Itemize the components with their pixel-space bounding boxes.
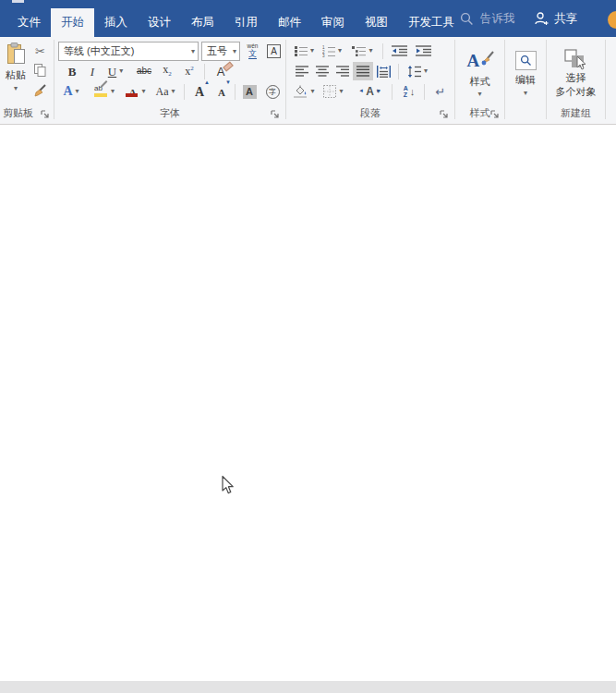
account-avatar[interactable] — [608, 11, 616, 29]
borders-dropdown-arrow[interactable]: ▾ — [339, 88, 343, 95]
distribute-text-icon — [377, 66, 391, 78]
paste-label: 粘贴 — [6, 68, 26, 82]
strikethrough-button[interactable]: abc — [133, 62, 155, 80]
line-spacing-dropdown-arrow[interactable]: ▾ — [424, 67, 428, 75]
grow-font-button[interactable]: A ▲ — [189, 82, 210, 101]
show-hide-marks-button[interactable]: ↵ — [429, 82, 452, 101]
paste-clipboard-icon — [6, 43, 26, 66]
group-separator — [454, 40, 455, 119]
title-tab-bar: 文件 开始 插入 设计 布局 引用 邮件 审阅 视图 开发工具 告诉我 — [0, 0, 616, 37]
font-dialog-launcher[interactable] — [271, 110, 281, 120]
enclose-characters-button[interactable]: 字 — [262, 82, 283, 101]
tab-design[interactable]: 设计 — [138, 8, 181, 37]
numbering-dropdown-arrow[interactable]: ▾ — [338, 47, 342, 55]
tab-review[interactable]: 审阅 — [311, 8, 355, 37]
distribute-text-button[interactable] — [373, 62, 393, 80]
character-shading-button[interactable]: A — [239, 82, 260, 101]
share-label: 共享 — [554, 11, 577, 27]
decrease-indent-button[interactable] — [388, 42, 410, 60]
select-objects-label-line2: 多个对象 — [556, 86, 597, 99]
underline-button[interactable]: U ▾ — [103, 62, 128, 80]
shading-dropdown-arrow[interactable]: ▾ — [310, 88, 314, 95]
bullets-dropdown-arrow[interactable]: ▾ — [310, 47, 314, 55]
multilevel-list-button[interactable]: ▾ — [348, 42, 377, 60]
multilevel-dropdown-arrow[interactable]: ▾ — [368, 47, 372, 55]
italic-icon: I — [91, 66, 94, 78]
change-case-dropdown-arrow[interactable]: ▾ — [171, 88, 175, 95]
underline-dropdown-arrow[interactable]: ▾ — [119, 67, 123, 75]
font-size-combo[interactable]: 五号 ▾ — [201, 42, 240, 61]
shading-button[interactable]: ▾ — [291, 82, 317, 101]
tab-layout[interactable]: 布局 — [181, 8, 224, 37]
bullets-button[interactable]: ▾ — [292, 42, 317, 60]
change-case-icon: Aa — [155, 86, 168, 97]
format-painter-button[interactable] — [30, 82, 50, 99]
align-right-button[interactable] — [332, 62, 353, 80]
tab-references[interactable]: 引用 — [224, 8, 268, 37]
highlight-dropdown-arrow[interactable]: ▾ — [111, 88, 115, 95]
font-size-dropdown-arrow[interactable]: ▾ — [233, 48, 236, 55]
change-case-button[interactable]: Aa ▾ — [151, 82, 179, 101]
numbering-icon: 1 2 3 — [322, 45, 335, 57]
tab-home[interactable]: 开始 — [51, 8, 94, 37]
text-effects-dropdown-arrow[interactable]: ▾ — [76, 88, 79, 95]
tab-mailings[interactable]: 邮件 — [268, 8, 311, 37]
document-canvas[interactable] — [0, 126, 616, 681]
clipboard-dialog-launcher[interactable] — [41, 110, 51, 120]
font-name-dropdown-arrow[interactable]: ▾ — [191, 48, 195, 55]
paste-dropdown-arrow[interactable]: ▾ — [14, 85, 18, 92]
text-effects-button[interactable]: A ▾ — [59, 82, 83, 101]
styles-dropdown-arrow[interactable]: ▾ — [477, 91, 481, 98]
align-left-button[interactable] — [292, 62, 312, 80]
align-justify-button[interactable] — [353, 62, 373, 80]
group-styles: A 样式 ▾ 样式 — [456, 37, 503, 124]
editing-button-label: 编辑 — [515, 73, 536, 87]
styles-button[interactable]: A 样式 ▾ — [460, 41, 500, 107]
group-separator — [546, 40, 547, 119]
font-name-combo[interactable]: 等线 (中文正文) ▾ — [58, 42, 199, 61]
cut-button[interactable]: ✂ — [30, 43, 50, 59]
select-multiple-objects-button[interactable]: 选择 多个对象 — [550, 41, 602, 107]
borders-button[interactable]: ▾ — [320, 82, 346, 101]
search-icon — [460, 12, 474, 26]
shrink-font-button[interactable]: A ▼ — [211, 82, 232, 101]
tell-me-box[interactable]: 告诉我 — [460, 0, 515, 37]
font-color-dropdown-arrow[interactable]: ▾ — [141, 88, 145, 95]
select-objects-label-line1: 选择 — [566, 72, 586, 85]
align-center-button[interactable] — [312, 62, 332, 80]
phonetic-guide-button[interactable]: wén 文 — [243, 42, 262, 61]
show-hide-marks-icon: ↵ — [436, 85, 446, 99]
increase-indent-button[interactable] — [412, 42, 434, 60]
sort-button[interactable]: A Z ↓ — [397, 82, 421, 101]
character-border-button[interactable]: A — [264, 42, 284, 61]
share-button[interactable]: 共享 — [534, 0, 577, 37]
line-spacing-button[interactable]: ▾ — [404, 62, 431, 80]
asian-layout-button[interactable]: ◂ A ▸ ▾ — [359, 82, 387, 101]
styles-dialog-launcher[interactable] — [490, 110, 501, 120]
subscript-button[interactable]: x2 — [157, 62, 177, 80]
editing-dropdown-arrow[interactable]: ▾ — [524, 90, 527, 97]
tab-view[interactable]: 视图 — [355, 8, 398, 37]
group-new-custom: 选择 多个对象 新建组 — [548, 37, 604, 124]
mini-separator — [398, 64, 399, 79]
tab-file[interactable]: 文件 — [7, 8, 51, 37]
tab-developer[interactable]: 开发工具 — [398, 8, 465, 37]
share-person-icon — [534, 11, 550, 26]
superscript-icon: x2 — [185, 66, 194, 77]
bullets-icon — [295, 45, 308, 56]
superscript-button[interactable]: x2 — [179, 62, 199, 80]
highlight-color-button[interactable]: ab ▾ — [91, 82, 118, 101]
italic-button[interactable]: I — [83, 62, 102, 80]
subscript-icon: x2 — [163, 64, 172, 78]
editing-button[interactable]: 编辑 ▾ — [509, 41, 542, 107]
tab-insert[interactable]: 插入 — [94, 8, 138, 37]
ribbon-tabs: 文件 开始 插入 设计 布局 引用 邮件 审阅 视图 开发工具 — [7, 8, 465, 37]
clear-formatting-button[interactable]: A — [209, 62, 233, 80]
bold-button[interactable]: B — [63, 62, 81, 80]
font-color-button[interactable]: A ▾ — [123, 82, 149, 101]
copy-button[interactable] — [30, 62, 50, 79]
mini-separator — [204, 64, 205, 79]
numbering-button[interactable]: 1 2 3 ▾ — [319, 42, 345, 60]
quick-access-toolbar-fragment — [12, 0, 24, 3]
paragraph-dialog-launcher[interactable] — [440, 110, 450, 120]
